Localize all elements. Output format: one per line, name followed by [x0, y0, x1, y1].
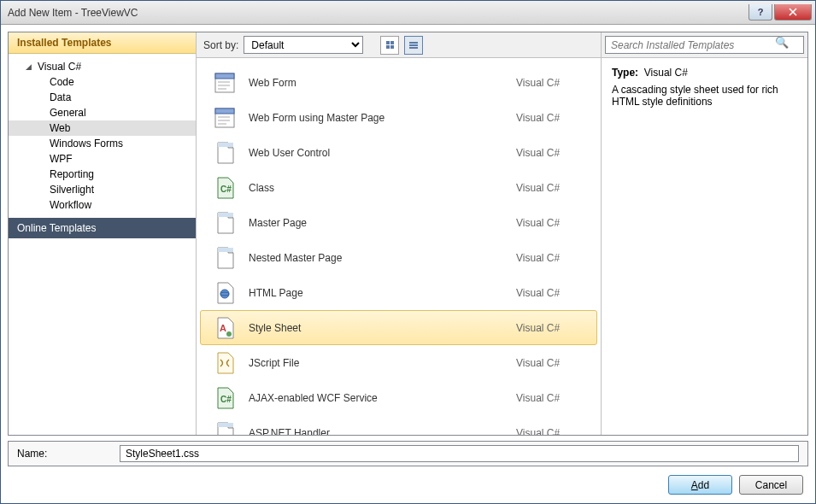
item-name: Web Form using Master Page	[249, 112, 516, 124]
tree-node-workflow[interactable]: Workflow	[9, 197, 196, 213]
template-item[interactable]: Web Form using Master PageVisual C#	[200, 100, 597, 135]
svg-text:A: A	[220, 323, 226, 333]
close-icon	[789, 8, 797, 16]
item-icon	[213, 351, 237, 375]
svg-rect-1	[215, 73, 234, 79]
tree-node-label: Windows Forms	[50, 138, 123, 149]
name-input[interactable]	[120, 445, 799, 462]
tree-node-label: General	[50, 107, 86, 119]
detail-pane: Type: Visual C# A cascading style sheet …	[602, 58, 807, 435]
view-small-icons-button[interactable]	[380, 36, 399, 55]
template-item[interactable]: C#AJAX-enabled WCF ServiceVisual C#	[200, 380, 597, 415]
template-tree: ◢ Visual C# CodeDataGeneralWebWindows Fo…	[9, 54, 196, 218]
stylesheet-icon: A	[213, 316, 237, 340]
item-icon	[213, 106, 237, 130]
svg-text:C#: C#	[220, 395, 232, 404]
item-category: Visual C#	[516, 182, 584, 194]
template-list[interactable]: Web FormVisual C#Web Form using Master P…	[197, 58, 601, 435]
tree-node-code[interactable]: Code	[9, 74, 196, 90]
template-list-panel: Sort by: Default Web FormVisual C#Web Fo…	[197, 32, 601, 435]
tree-node-label: Reporting	[50, 168, 94, 180]
item-name: Web User Control	[249, 147, 516, 159]
svg-text:C#: C#	[220, 185, 232, 194]
html-icon	[213, 281, 237, 305]
cancel-button[interactable]: Cancel	[739, 475, 803, 495]
tree-node-windows-forms[interactable]: Windows Forms	[9, 136, 196, 151]
template-categories-panel: Installed Templates ◢ Visual C# CodeData…	[9, 32, 197, 435]
svg-rect-19	[218, 423, 233, 427]
item-category: Visual C#	[516, 77, 584, 89]
name-label: Name:	[17, 448, 111, 460]
dialog-window: Add New Item - TreeViewVC ? Installed Te…	[0, 0, 816, 504]
csharp-icon: C#	[213, 176, 237, 200]
item-name: AJAX-enabled WCF Service	[249, 392, 516, 404]
installed-templates-header[interactable]: Installed Templates	[9, 32, 196, 54]
view-details-button[interactable]	[404, 36, 423, 55]
item-category: Visual C#	[516, 427, 584, 436]
tree-node-wpf[interactable]: WPF	[9, 151, 196, 167]
online-templates-header[interactable]: Online Templates	[9, 218, 196, 238]
csharp-icon: C#	[213, 386, 237, 410]
tree-node-label: WPF	[50, 153, 73, 165]
item-category: Visual C#	[516, 392, 584, 404]
type-value: Visual C#	[644, 67, 688, 79]
item-icon	[213, 421, 237, 436]
list-toolbar: Sort by: Default	[197, 32, 601, 58]
svg-rect-6	[215, 108, 234, 114]
button-row: Add Cancel	[8, 472, 808, 496]
type-label: Type:	[612, 67, 638, 79]
web-form-icon	[213, 106, 237, 130]
description-text: A cascading style sheet used for rich HT…	[612, 84, 797, 108]
name-row: Name:	[8, 441, 808, 466]
template-item[interactable]: Web FormVisual C#	[200, 65, 597, 100]
tree-node-web[interactable]: Web	[9, 120, 196, 136]
item-name: JScript File	[249, 357, 516, 369]
add-button[interactable]: Add	[668, 475, 732, 495]
template-item[interactable]: AStyle SheetVisual C#	[200, 310, 597, 345]
template-item[interactable]: ASP.NET HandlerVisual C#	[200, 415, 597, 435]
template-item[interactable]: Web User ControlVisual C#	[200, 135, 597, 170]
close-button[interactable]	[774, 4, 812, 21]
tree-node-root[interactable]: ◢ Visual C#	[9, 59, 196, 74]
page-icon	[213, 246, 237, 270]
tree-node-general[interactable]: General	[9, 105, 196, 120]
tree-node-silverlight[interactable]: Silverlight	[9, 182, 196, 197]
item-name: Master Page	[249, 217, 516, 229]
template-item[interactable]: C#ClassVisual C#	[200, 170, 597, 205]
help-button[interactable]: ?	[748, 4, 772, 21]
item-name: ASP.NET Handler	[249, 427, 516, 436]
page-icon	[213, 421, 237, 436]
item-category: Visual C#	[516, 217, 584, 229]
svg-rect-12	[218, 213, 233, 217]
template-item[interactable]: JScript FileVisual C#	[200, 345, 597, 380]
tree-node-data[interactable]: Data	[9, 90, 196, 105]
page-icon	[213, 141, 237, 165]
search-input[interactable]	[605, 36, 804, 54]
tree-node-label: Data	[50, 91, 71, 103]
template-item[interactable]: HTML PageVisual C#	[200, 275, 597, 310]
web-form-icon	[213, 71, 237, 95]
grid-icon	[386, 41, 394, 49]
titlebar-controls: ?	[748, 4, 812, 21]
sort-select[interactable]: Default	[244, 36, 363, 54]
svg-point-17	[226, 331, 232, 337]
item-category: Visual C#	[516, 252, 584, 264]
item-icon: C#	[213, 386, 237, 410]
item-icon	[213, 281, 237, 305]
item-icon	[213, 246, 237, 270]
item-icon	[213, 211, 237, 235]
item-category: Visual C#	[516, 112, 584, 124]
sort-label: Sort by:	[203, 39, 238, 51]
item-name: Style Sheet	[249, 322, 516, 334]
template-item[interactable]: Nested Master PageVisual C#	[200, 240, 597, 275]
item-category: Visual C#	[516, 147, 584, 159]
svg-rect-13	[218, 248, 233, 252]
tree-node-label: Visual C#	[38, 61, 81, 73]
page-icon	[213, 211, 237, 235]
item-category: Visual C#	[516, 357, 584, 369]
item-icon	[213, 71, 237, 95]
titlebar[interactable]: Add New Item - TreeViewVC ?	[1, 1, 815, 25]
tree-node-reporting[interactable]: Reporting	[9, 167, 196, 182]
template-item[interactable]: Master PageVisual C#	[200, 205, 597, 240]
item-name: Web Form	[249, 77, 516, 89]
